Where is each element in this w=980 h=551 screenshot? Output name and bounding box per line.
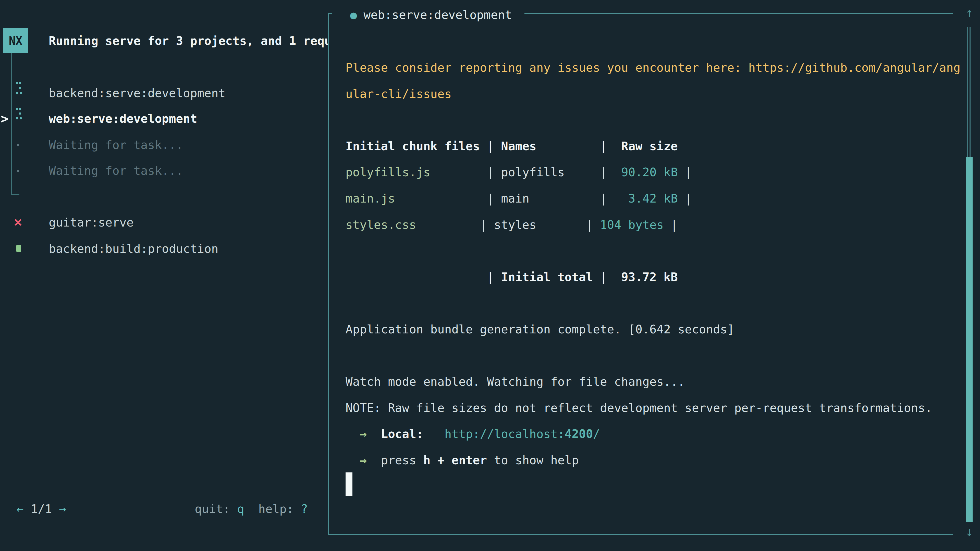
local-label: Local:	[381, 427, 423, 441]
table-separator: |	[593, 270, 614, 284]
help-keys: h + enter	[423, 453, 487, 467]
panel-title: web:serve:development	[364, 8, 512, 22]
chunk-file: styles.css	[345, 218, 416, 232]
bundle-complete-message: Application bundle generation complete. …	[345, 322, 734, 336]
issue-report-url[interactable]: ular-cli/issues	[345, 87, 452, 101]
nx-tui-screen: NX Running serve for 3 projects, and 1 r…	[0, 0, 980, 551]
indent	[345, 453, 360, 467]
task-row-waiting[interactable]: Waiting for task...	[0, 132, 327, 158]
task-label: backend:serve:development	[49, 86, 225, 100]
arrow-right-icon: →	[360, 453, 367, 467]
task-label: guitar:serve	[49, 216, 134, 229]
task-label: Waiting for task...	[49, 164, 183, 178]
task-label: Waiting for task...	[49, 138, 183, 152]
scroll-down-arrow-icon[interactable]: ↓	[962, 524, 977, 538]
page-indicator	[24, 502, 31, 516]
chunk-size: 90.20 kB	[614, 165, 678, 179]
total-label: Initial total	[501, 270, 593, 284]
panel-title-row: ● web:serve:development	[350, 8, 512, 21]
local-url[interactable]: /	[593, 427, 600, 441]
arrow-right-icon: →	[360, 427, 367, 441]
local-server-line: → Local: http://localhost:4200/	[345, 421, 960, 447]
help-hint-text: press	[381, 453, 423, 467]
scrollbar-thumb[interactable]	[966, 157, 973, 522]
table-row: polyfills.js | polyfills | 90.20 kB |	[345, 159, 960, 186]
table-separator: |	[430, 165, 501, 179]
help-hint-label: help:	[244, 502, 301, 516]
indent	[367, 453, 381, 467]
table-separator: |	[345, 270, 501, 284]
task-row-backend-build[interactable]: backend:build:production	[0, 236, 327, 262]
chunk-table-header: Initial chunk files | Names | Raw size	[345, 139, 678, 153]
page-indicator: 1/1	[30, 502, 52, 516]
help-hint-text: to show help	[487, 453, 579, 467]
table-row: main.js | main | 3.42 kB |	[345, 186, 960, 212]
quit-hint-label: quit:	[195, 502, 237, 516]
chunk-name: polyfills	[501, 165, 565, 179]
blank-line	[345, 107, 960, 133]
blank-line	[345, 290, 960, 316]
scroll-up-arrow-icon[interactable]: ↑	[962, 6, 977, 20]
task-label: web:serve:development	[49, 112, 197, 125]
help-key: ?	[301, 502, 308, 516]
terminal-output: Please consider reporting any issues you…	[345, 55, 960, 499]
task-bullet-icon: ●	[350, 8, 357, 21]
chunk-name: main	[501, 192, 529, 205]
task-tree-corner	[11, 194, 19, 195]
raw-size-note: NOTE: Raw file sizes do not reflect deve…	[345, 401, 932, 415]
table-total-row: | Initial total | 93.72 kB	[345, 264, 960, 290]
total-size: 93.72 kB	[614, 270, 678, 284]
next-page-arrow-icon[interactable]: →	[59, 502, 66, 516]
table-separator: |	[565, 165, 614, 179]
table-separator: |	[416, 218, 494, 232]
task-row-backend-serve[interactable]: backend:serve:development	[0, 80, 327, 106]
quit-key: q	[237, 502, 244, 516]
pagination: ← 1/1 →	[17, 502, 66, 516]
indent	[345, 427, 360, 441]
indent	[367, 427, 381, 441]
blank-line	[345, 238, 960, 264]
prev-page-arrow-icon[interactable]: ←	[17, 502, 24, 516]
local-url-port[interactable]: 4200	[565, 427, 593, 441]
blank-line	[345, 343, 960, 369]
table-row: styles.css | styles | 104 bytes |	[345, 212, 960, 238]
table-separator: |	[663, 218, 678, 232]
chunk-size: 3.42 kB	[614, 192, 678, 205]
table-separator: |	[395, 192, 501, 205]
task-row-web-serve[interactable]: web:serve:development	[0, 106, 327, 131]
task-row-waiting[interactable]: Waiting for task...	[0, 158, 327, 183]
issue-report-notice: Please consider reporting any issues you…	[345, 61, 960, 75]
panel-border-left	[328, 13, 329, 535]
indent	[423, 427, 445, 441]
panel-border-top	[525, 13, 953, 14]
table-separator: |	[678, 165, 692, 179]
page-indicator	[52, 502, 59, 516]
blank-line	[345, 473, 960, 500]
chunk-size: 104 bytes	[600, 218, 663, 232]
nx-logo: NX	[3, 28, 28, 53]
help-hint-line: → press h + enter to show help	[345, 447, 960, 473]
task-label: backend:build:production	[49, 242, 218, 256]
table-separator: |	[536, 218, 600, 232]
chunk-name: styles	[494, 218, 536, 232]
chunk-file: polyfills.js	[345, 165, 430, 179]
table-separator: |	[529, 192, 614, 205]
watch-mode-message: Watch mode enabled. Watching for file ch…	[345, 375, 685, 389]
table-separator: |	[678, 192, 692, 205]
panel-border-bottom	[328, 534, 953, 535]
sidebar-title: Running serve for 3 projects, and 1 requ	[49, 34, 328, 48]
local-url[interactable]: http://localhost:	[445, 427, 565, 441]
terminal-cursor	[345, 472, 352, 496]
task-row-guitar-serve[interactable]: guitar:serve	[0, 210, 327, 235]
chunk-file: main.js	[345, 192, 395, 205]
keyboard-hints: quit: q help: ?	[195, 502, 308, 516]
panel-border-top-stub	[328, 13, 332, 14]
scrollbar-track[interactable]	[967, 27, 970, 157]
